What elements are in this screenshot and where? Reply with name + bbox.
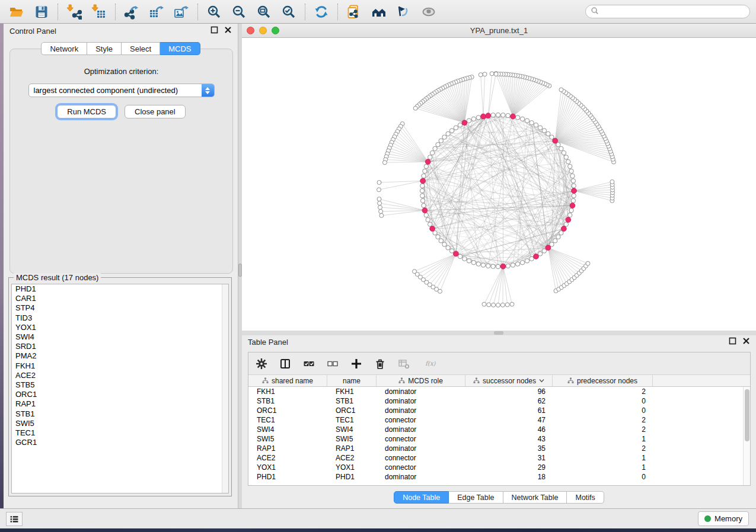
cell-predecessor-nodes[interactable]: 2 <box>553 415 653 425</box>
mcds-result-item[interactable]: PMA2 <box>12 351 228 361</box>
tab-mcds[interactable]: MCDS <box>160 42 200 55</box>
close-panel-icon[interactable] <box>224 26 232 36</box>
table-row[interactable]: RAP1RAP1dominator352 <box>248 444 750 453</box>
float-table-panel-icon[interactable] <box>729 337 736 347</box>
export-network-icon[interactable] <box>121 2 142 21</box>
mcds-result-item[interactable]: SWI5 <box>12 419 228 428</box>
cell-name[interactable]: ACE2 <box>327 453 377 463</box>
cell-name[interactable]: RAP1 <box>327 444 377 453</box>
cell-shared-name[interactable]: SWI4 <box>248 425 327 434</box>
mcds-list-scrollbar[interactable] <box>222 284 228 493</box>
cell-shared-name[interactable]: PHD1 <box>248 472 327 482</box>
tab-motifs[interactable]: Motifs <box>567 491 604 504</box>
float-panel-icon[interactable] <box>210 26 218 36</box>
mcds-result-item[interactable]: SRD1 <box>12 342 228 351</box>
zoom-fit-icon[interactable] <box>253 2 275 21</box>
close-panel-button[interactable]: Close panel <box>125 105 186 118</box>
cell-MCDS-role[interactable]: dominator <box>377 472 465 482</box>
mcds-result-item[interactable]: STB1 <box>12 409 228 419</box>
cell-MCDS-role[interactable]: connector <box>377 453 465 463</box>
add-row-icon[interactable] <box>349 357 363 371</box>
export-table-icon[interactable] <box>146 2 167 21</box>
mcds-result-item[interactable]: RAP1 <box>12 399 228 409</box>
table-row[interactable]: PHD1PHD1dominator180 <box>248 472 750 482</box>
cell-successor-nodes[interactable]: 46 <box>465 425 553 434</box>
cell-predecessor-nodes[interactable]: 0 <box>553 396 653 406</box>
column-header-successor-nodes[interactable]: successor nodes <box>465 375 553 386</box>
cell-shared-name[interactable]: YOX1 <box>248 463 327 472</box>
cell-shared-name[interactable]: TEC1 <box>248 415 327 425</box>
cell-predecessor-nodes[interactable]: 1 <box>553 463 653 472</box>
mcds-result-item[interactable]: ORC1 <box>12 390 228 399</box>
zoom-in-icon[interactable] <box>203 2 225 21</box>
tab-network-table[interactable]: Network Table <box>503 491 567 504</box>
cell-successor-nodes[interactable]: 35 <box>465 444 553 453</box>
column-header-MCDS-role[interactable]: MCDS role <box>377 375 465 386</box>
mcds-result-item[interactable]: STP4 <box>12 303 228 313</box>
hide-annotations-icon[interactable] <box>393 2 414 21</box>
share-document-icon[interactable] <box>343 2 365 21</box>
cell-predecessor-nodes[interactable]: 1 <box>553 434 653 444</box>
cell-successor-nodes[interactable]: 29 <box>465 463 553 472</box>
cell-shared-name[interactable]: RAP1 <box>248 444 327 453</box>
table-row[interactable]: ACE2ACE2connector311 <box>248 453 750 463</box>
table-row[interactable]: SWI4SWI4dominator462 <box>248 425 750 434</box>
cell-MCDS-role[interactable]: dominator <box>377 396 465 406</box>
tab-network[interactable]: Network <box>41 42 87 55</box>
mcds-result-item[interactable]: ACE2 <box>12 371 228 380</box>
cell-name[interactable]: TEC1 <box>327 415 377 425</box>
memory-button[interactable]: Memory <box>698 511 749 526</box>
tab-style[interactable]: Style <box>87 42 122 55</box>
cell-predecessor-nodes[interactable]: 0 <box>553 472 653 482</box>
mcds-result-item[interactable]: FKH1 <box>12 361 228 371</box>
mcds-result-item[interactable]: TEC1 <box>12 428 228 438</box>
cell-MCDS-role[interactable]: connector <box>377 463 465 472</box>
zoom-out-icon[interactable] <box>228 2 250 21</box>
horizontal-splitter[interactable] <box>242 331 756 335</box>
columns-icon[interactable] <box>278 357 292 371</box>
cell-successor-nodes[interactable]: 47 <box>465 415 553 425</box>
cell-successor-nodes[interactable]: 18 <box>465 472 553 482</box>
mcds-result-item[interactable]: STB5 <box>12 380 228 390</box>
close-table-panel-icon[interactable] <box>742 337 750 347</box>
task-history-button[interactable] <box>6 512 23 526</box>
cell-predecessor-nodes[interactable]: 2 <box>553 387 653 396</box>
table-row[interactable]: STB1STB1dominator620 <box>248 396 750 406</box>
cell-name[interactable]: SWI5 <box>327 434 377 444</box>
cell-predecessor-nodes[interactable]: 0 <box>553 406 653 415</box>
export-image-icon[interactable] <box>171 2 192 21</box>
cell-shared-name[interactable]: SWI5 <box>248 434 327 444</box>
horizontal-splitter-grip[interactable] <box>494 331 503 335</box>
mcds-result-item[interactable]: GCR1 <box>12 438 228 447</box>
cell-shared-name[interactable]: ORC1 <box>248 406 327 415</box>
column-header-predecessor-nodes[interactable]: predecessor nodes <box>553 375 653 386</box>
cell-name[interactable]: STB1 <box>327 396 377 406</box>
tab-edge-table[interactable]: Edge Table <box>449 491 503 504</box>
table-scrollbar[interactable] <box>743 387 750 485</box>
import-table-icon[interactable] <box>88 2 110 21</box>
cell-name[interactable]: YOX1 <box>327 463 377 472</box>
cell-MCDS-role[interactable]: dominator <box>377 425 465 434</box>
cell-MCDS-role[interactable]: dominator <box>377 406 465 415</box>
import-network-icon[interactable] <box>63 2 85 21</box>
deselect-all-icon[interactable] <box>326 357 340 371</box>
open-folder-icon[interactable] <box>6 2 27 21</box>
cell-successor-nodes[interactable]: 96 <box>465 387 553 396</box>
search-input[interactable] <box>602 8 745 16</box>
column-header-shared-name[interactable]: shared name <box>248 375 327 386</box>
cell-successor-nodes[interactable]: 61 <box>465 406 553 415</box>
table-row[interactable]: FKH1FKH1dominator962 <box>248 387 750 396</box>
mcds-result-item[interactable]: YOX1 <box>12 323 228 332</box>
select-all-icon[interactable] <box>302 357 316 371</box>
column-header-name[interactable]: name <box>327 375 377 386</box>
network-canvas[interactable] <box>242 38 756 331</box>
cell-name[interactable]: SWI4 <box>327 425 377 434</box>
cell-shared-name[interactable]: FKH1 <box>248 387 327 396</box>
mcds-result-item[interactable]: SWI4 <box>12 332 228 342</box>
cell-successor-nodes[interactable]: 62 <box>465 396 553 406</box>
cell-shared-name[interactable]: STB1 <box>248 396 327 406</box>
cell-MCDS-role[interactable]: dominator <box>377 387 465 396</box>
run-mcds-button[interactable]: Run MCDS <box>57 105 116 118</box>
table-scrollbar-thumb[interactable] <box>745 389 749 441</box>
cell-MCDS-role[interactable]: connector <box>377 434 465 444</box>
